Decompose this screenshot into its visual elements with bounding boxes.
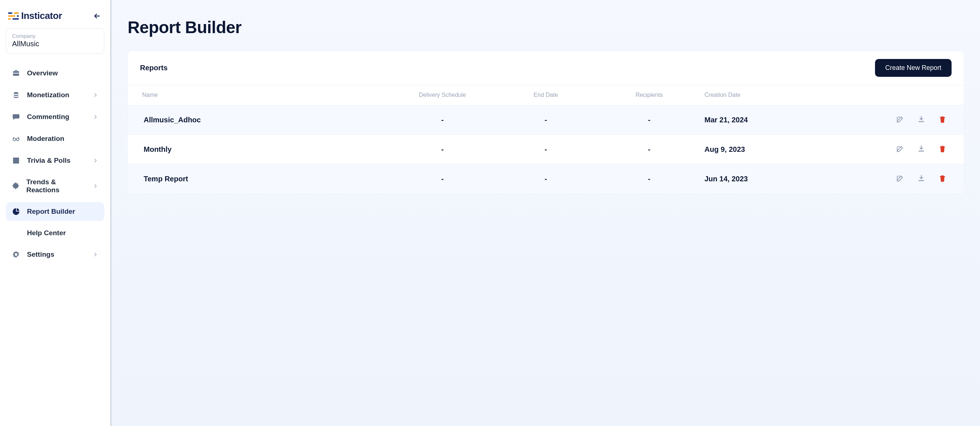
glasses-icon [12, 135, 21, 143]
cell-actions [832, 164, 964, 194]
company-selector[interactable]: Company AllMusic [6, 28, 104, 54]
reports-card-header: Reports Create New Report [127, 51, 964, 85]
cell-end-date: - [494, 135, 598, 164]
cell-actions [832, 105, 964, 135]
edit-icon [896, 145, 904, 153]
download-icon [917, 145, 925, 153]
collapse-sidebar-button[interactable] [92, 11, 102, 21]
download-icon [917, 116, 925, 124]
company-selector-value: AllMusic [12, 40, 98, 48]
cell-name: Temp Report [127, 164, 391, 194]
delete-icon [939, 174, 947, 182]
download-icon [917, 174, 925, 182]
column-header-schedule[interactable]: Delivery Schedule [391, 85, 495, 105]
cell-name: Monthly [127, 135, 391, 164]
chevron-right-icon [92, 252, 99, 257]
svg-rect-4 [8, 15, 15, 17]
logo-mark-icon [8, 12, 19, 21]
create-new-report-button[interactable]: Create New Report [875, 59, 951, 77]
cell-actions [832, 135, 964, 164]
table-row[interactable]: Allmusic_Adhoc---Mar 21, 2024 [127, 105, 964, 135]
column-header-end-date[interactable]: End Date [494, 85, 598, 105]
edit-button[interactable] [896, 116, 905, 124]
edit-icon [896, 116, 904, 124]
reports-table-header-row: Name Delivery Schedule End Date Recipien… [127, 85, 964, 105]
cell-recipients: - [598, 164, 701, 194]
cell-recipients: - [598, 105, 701, 135]
table-row[interactable]: Temp Report---Jun 14, 2023 [127, 164, 964, 194]
reports-table: Name Delivery Schedule End Date Recipien… [127, 85, 964, 193]
svg-rect-2 [8, 13, 13, 14]
company-selector-label: Company [12, 33, 98, 39]
reports-card-title: Reports [140, 64, 168, 72]
cell-end-date: - [494, 105, 598, 135]
delete-button[interactable] [939, 174, 947, 183]
nav-item-trends-reactions[interactable]: Trends & Reactions [6, 173, 104, 199]
delete-button[interactable] [939, 145, 947, 154]
download-button[interactable] [917, 145, 926, 154]
nav-item-help-center[interactable]: Help Center [6, 224, 104, 242]
sidebar-header: Insticator [6, 8, 104, 28]
cell-schedule: - [391, 164, 495, 194]
edit-button[interactable] [896, 145, 905, 154]
page-title: Report Builder [127, 17, 964, 37]
delete-icon [939, 116, 947, 124]
svg-rect-7 [13, 18, 19, 20]
chevron-right-icon [92, 92, 99, 98]
cell-creation-date: Mar 21, 2024 [701, 105, 832, 135]
coins-icon [12, 91, 21, 100]
column-header-creation-date[interactable]: Creation Date [701, 85, 832, 105]
nav-item-label: Commenting [27, 113, 69, 121]
column-header-name[interactable]: Name [127, 85, 391, 105]
main-content: Report Builder Reports Create New Report… [111, 0, 980, 426]
delete-icon [939, 145, 947, 153]
column-header-recipients[interactable]: Recipients [598, 85, 701, 105]
note-icon [12, 156, 21, 165]
nav-item-trivia-polls[interactable]: Trivia & Polls [6, 151, 104, 170]
nav-item-label: Help Center [27, 229, 66, 237]
sidebar: Insticator Company AllMusic OverviewMone… [0, 0, 111, 426]
pie-icon [12, 207, 21, 216]
cell-creation-date: Jun 14, 2023 [701, 164, 832, 194]
nav-item-label: Overview [27, 69, 58, 77]
cell-schedule: - [391, 135, 495, 164]
briefcase-icon [12, 69, 21, 78]
puzzle-icon [12, 182, 20, 190]
nav-item-overview[interactable]: Overview [6, 64, 104, 82]
chevron-right-icon [92, 183, 99, 189]
table-row[interactable]: Monthly---Aug 9, 2023 [127, 135, 964, 164]
nav-item-report-builder[interactable]: Report Builder [6, 202, 104, 221]
chevron-right-icon [92, 114, 99, 120]
svg-rect-3 [14, 13, 19, 14]
cell-recipients: - [598, 135, 701, 164]
nav-item-label: Moderation [27, 135, 64, 143]
nav-item-label: Trends & Reactions [26, 178, 86, 194]
arrow-left-icon [93, 12, 101, 20]
cell-end-date: - [494, 164, 598, 194]
edit-button[interactable] [896, 174, 905, 183]
download-button[interactable] [917, 174, 926, 183]
edit-icon [896, 174, 904, 182]
delete-button[interactable] [939, 116, 947, 124]
cell-creation-date: Aug 9, 2023 [701, 135, 832, 164]
nav-item-label: Settings [27, 250, 54, 258]
nav-item-label: Report Builder [27, 207, 75, 215]
cell-schedule: - [391, 105, 495, 135]
svg-rect-6 [8, 18, 11, 20]
reports-card: Reports Create New Report Name Delivery … [127, 51, 964, 193]
gear-icon [12, 250, 21, 259]
cell-name: Allmusic_Adhoc [127, 105, 391, 135]
nav-item-settings[interactable]: Settings [6, 245, 104, 264]
nav-item-moderation[interactable]: Moderation [6, 129, 104, 148]
svg-rect-5 [17, 15, 19, 17]
nav-item-commenting[interactable]: Commenting [6, 108, 104, 126]
logo-text: Insticator [21, 10, 62, 22]
nav-item-monetization[interactable]: Monetization [6, 86, 104, 105]
column-header-actions [832, 85, 964, 105]
download-button[interactable] [917, 116, 926, 124]
logo[interactable]: Insticator [8, 10, 62, 22]
nav-item-label: Monetization [27, 91, 69, 99]
sidebar-nav: OverviewMonetizationCommentingModeration… [6, 64, 104, 264]
comment-icon [12, 112, 21, 121]
nav-item-label: Trivia & Polls [27, 157, 70, 165]
